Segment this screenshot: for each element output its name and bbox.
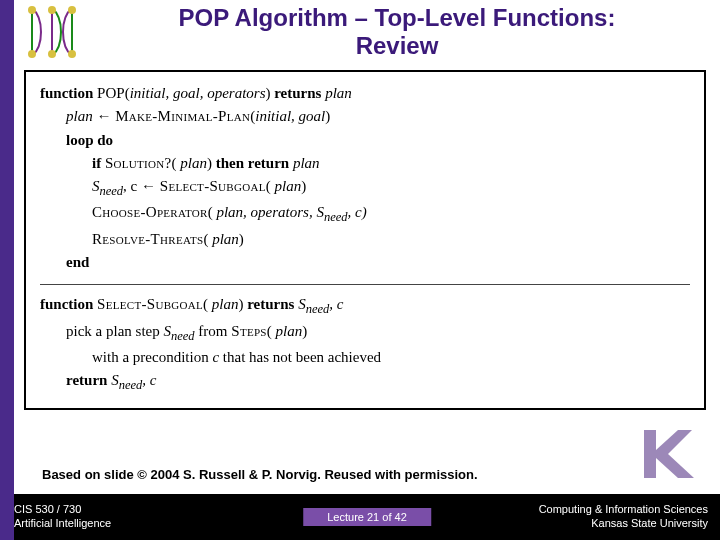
algorithm-box: function POP(initial, goal, operators) r… — [24, 70, 706, 410]
logo-icon — [20, 4, 84, 60]
title-line-1: POP Algorithm – Top-Level Functions: — [84, 4, 710, 32]
algo-line: loop do — [40, 129, 690, 152]
algo-line: function POP(initial, goal, operators) r… — [40, 82, 690, 105]
divider — [40, 284, 690, 285]
slide-header: POP Algorithm – Top-Level Functions: Rev… — [14, 0, 720, 62]
algo-line: plan ← Make-Minimal-Plan(initial, goal) — [40, 105, 690, 128]
algo-line: Sneed, c ← Select-Subgoal( plan) — [40, 175, 690, 201]
svg-point-3 — [28, 50, 36, 58]
algo-line: return Sneed, c — [40, 369, 690, 395]
algo-line: if Solution?( plan) then return plan — [40, 152, 690, 175]
lecture-badge: Lecture 21 of 42 — [303, 508, 431, 526]
footer-right: Computing & Information Sciences Kansas … — [539, 503, 708, 531]
svg-point-5 — [68, 50, 76, 58]
algo-line: function Select-Subgoal( plan) returns S… — [40, 293, 690, 319]
svg-point-0 — [28, 6, 36, 14]
slide-title: POP Algorithm – Top-Level Functions: Rev… — [84, 4, 710, 59]
algo-line: pick a plan step Sneed from Steps( plan) — [40, 320, 690, 346]
department: Computing & Information Sciences — [539, 503, 708, 517]
algo-line: Choose-Operator( plan, operators, Sneed,… — [40, 201, 690, 227]
algo-line: Resolve-Threats( plan) — [40, 228, 690, 251]
credit-line: Based on slide © 2004 S. Russell & P. No… — [42, 467, 478, 482]
course-code: CIS 530 / 730 — [14, 503, 111, 517]
title-line-2: Review — [84, 32, 710, 60]
slide-footer: CIS 530 / 730 Artificial Intelligence Le… — [14, 494, 720, 540]
algo-line: end — [40, 251, 690, 274]
slide: POP Algorithm – Top-Level Functions: Rev… — [0, 0, 720, 540]
course-name: Artificial Intelligence — [14, 517, 111, 531]
university: Kansas State University — [539, 517, 708, 531]
footer-left: CIS 530 / 730 Artificial Intelligence — [14, 503, 111, 531]
watermark-icon — [638, 424, 708, 488]
svg-point-4 — [48, 50, 56, 58]
svg-point-1 — [48, 6, 56, 14]
svg-point-2 — [68, 6, 76, 14]
algo-line: with a precondition c that has not been … — [40, 346, 690, 369]
